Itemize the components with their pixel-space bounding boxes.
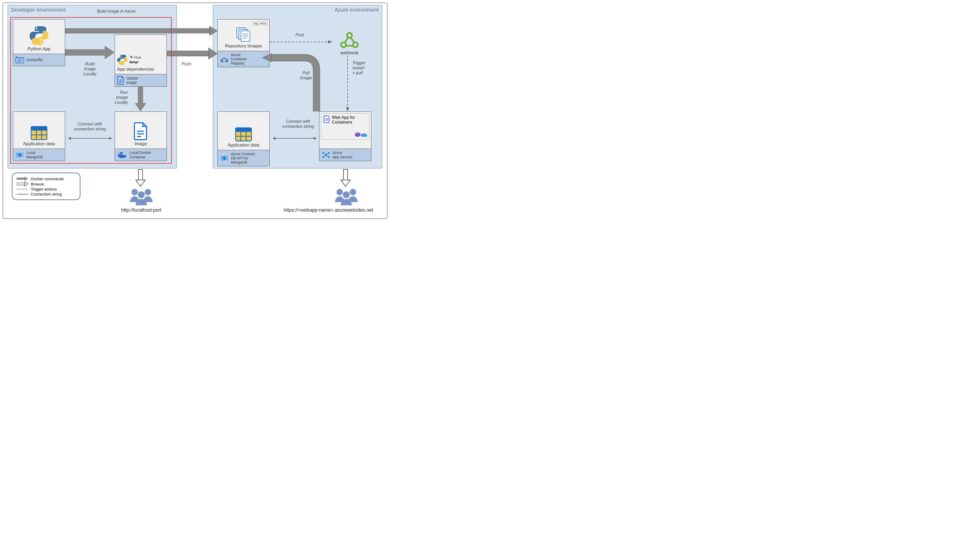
svg-rect-61: [65, 49, 105, 56]
docker-whale-icon: [117, 151, 128, 158]
arrow-push: [167, 47, 218, 60]
svg-rect-60: [65, 28, 210, 33]
legend-dashed-line: [17, 188, 28, 190]
table-icon: [235, 127, 252, 142]
flask-label: 🪶 Flask: [129, 56, 141, 60]
svg-rect-69: [343, 170, 348, 180]
label-post: Post: [295, 32, 304, 37]
tag-latest: tag: latest: [252, 21, 268, 25]
arrow-build-locally: [65, 45, 115, 60]
svg-rect-15: [120, 153, 121, 155]
diagram-canvas: Developer environment Azure environment …: [3, 3, 387, 219]
node-webhook: webhook: [332, 32, 367, 56]
label-trigger: Trigger restart + pull: [352, 60, 376, 76]
cube-icon: [355, 132, 361, 137]
arrow-post-dashed: [270, 40, 333, 44]
label-build-locally: Build Image Locally: [77, 62, 103, 77]
svg-point-0: [36, 28, 37, 29]
svg-rect-44: [236, 128, 252, 132]
svg-rect-24: [31, 127, 47, 130]
svg-point-37: [341, 42, 346, 47]
webhook-icon: [340, 32, 360, 49]
python-icon-small: [117, 55, 128, 65]
node-webapp-footer: Azure App Service: [333, 150, 352, 159]
node-app-data-azure: Application data Azure Cosmos DB API for…: [217, 112, 270, 166]
legend-browse-text: Browse: [31, 182, 44, 186]
node-python-app: Python App Dockerfile: [13, 19, 65, 66]
legend-trigger-text: Trigger actions: [31, 187, 57, 191]
users-azure-icon: [329, 187, 363, 206]
legend-docker-text: Docker commands: [31, 177, 64, 181]
svg-point-26: [18, 153, 22, 157]
arrow-connect-azure: [270, 136, 320, 141]
node-app-data-azure-footer: Azure Cosmos DB API for MongoDB: [231, 152, 255, 165]
cosmos-icon: [220, 154, 229, 162]
container-file-icon: [323, 115, 330, 123]
dockerfile-icon: [15, 56, 24, 64]
legend-box: Docker commands Browse Trigger actions C…: [12, 173, 80, 200]
url-azure: https://<webapp-name>.azurewebsites.net: [274, 207, 382, 213]
node-webhook-title: webhook: [332, 50, 367, 56]
developer-environment-title: Developer environment: [11, 7, 66, 13]
arrow-run-locally: [134, 87, 147, 112]
file-icon: [133, 122, 148, 140]
svg-point-28: [22, 156, 23, 157]
svg-point-72: [138, 191, 145, 198]
node-app-deps-title: App dependencies: [117, 67, 154, 72]
docker-image-icon: [117, 76, 124, 85]
node-repo-images-title: Repository Images: [225, 43, 262, 49]
svg-rect-16: [122, 153, 123, 155]
svg-point-74: [350, 189, 356, 195]
svg-rect-14: [118, 153, 120, 155]
svg-point-47: [221, 156, 222, 157]
svg-point-75: [343, 191, 350, 198]
url-local: http://localhost:port: [113, 207, 169, 213]
node-repo-images-footer: Azure Container Registry: [231, 53, 247, 65]
node-python-app-footer: Dockerfile: [27, 58, 43, 62]
svg-point-7: [123, 63, 124, 64]
svg-point-46: [222, 156, 226, 160]
webapp-dashed-inner: Web App for Containers: [321, 113, 370, 140]
svg-point-73: [337, 189, 343, 195]
svg-rect-62: [167, 51, 208, 56]
label-run-locally: Run Image Locally: [104, 90, 128, 105]
svg-point-36: [347, 33, 352, 38]
node-app-data-local-title: Application data: [23, 141, 55, 147]
svg-rect-76: [17, 178, 25, 180]
legend-conn-text: Connection string: [31, 192, 62, 196]
node-app-data-azure-title: Application data: [228, 143, 260, 148]
app-service-icon: [322, 151, 330, 159]
legend-docker-arrow: [17, 176, 28, 181]
cloud-icon: [360, 133, 368, 137]
svg-rect-18: [122, 152, 123, 153]
svg-point-71: [145, 189, 151, 195]
arrow-browse-local: [135, 170, 146, 187]
node-app-deps-footer: Docker Image: [127, 76, 138, 85]
stacked-files-icon: [235, 27, 252, 42]
node-webapp-title: Web App for Containers: [332, 115, 355, 125]
svg-rect-63: [138, 87, 143, 103]
label-pull-image: Pull Image: [295, 70, 317, 80]
node-app-data-local: Application data Local MongoDB: [13, 112, 65, 161]
svg-rect-35: [223, 59, 226, 62]
node-webapp: Web App for Containers Azure App: [319, 112, 371, 161]
svg-point-48: [227, 159, 228, 160]
node-app-dependencies: 🪶 Flask django App dependencies Docker I…: [115, 35, 167, 87]
node-image-title: Image: [134, 141, 147, 147]
svg-point-38: [353, 42, 358, 47]
table-icon: [30, 126, 47, 140]
node-image-footer: Local Docker Container: [130, 150, 151, 159]
arrow-pull-image: [261, 52, 324, 115]
svg-point-70: [132, 189, 138, 195]
node-app-data-local-footer: Local MongoDB: [27, 150, 43, 159]
label-build-in-azure: Build image in Azure: [90, 9, 143, 14]
arrow-trigger-dashed: [345, 56, 350, 112]
svg-point-1: [41, 42, 42, 43]
users-local-icon: [124, 187, 158, 206]
acr-icon: [220, 55, 229, 63]
label-connect-local: Connect with connection string: [69, 122, 111, 132]
arrow-connect-local: [65, 136, 115, 141]
arrow-build-in-azure: [65, 25, 218, 36]
svg-point-27: [16, 153, 17, 153]
cosmos-icon: [15, 151, 24, 159]
